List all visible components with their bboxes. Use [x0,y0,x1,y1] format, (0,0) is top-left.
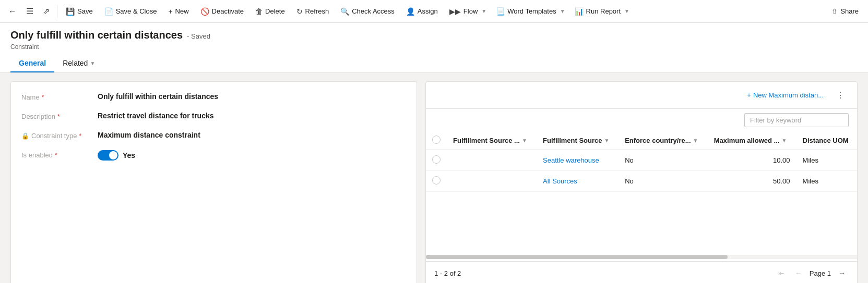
save-button[interactable]: 💾 Save [61,4,98,19]
row-max-allowed: 10.00 [708,150,796,171]
back-button[interactable]: ← [4,4,21,19]
table-header-fulfillment-source[interactable]: Fulfillment Source ▼ [537,131,619,150]
row-fulfillment-source[interactable]: Seattle warehouse [537,150,619,171]
name-field-row: Name * Only fulfill within certain dista… [21,92,406,101]
page-header: Only fulfill within certain distances - … [0,23,868,73]
check-access-button[interactable]: 🔍 Check Access [335,4,400,19]
pagination: 1 - 2 of 2 ⇤ ← Page 1 → [426,261,857,283]
constraint-type-value: Maximum distance constraint [98,131,406,139]
row-distance-uom: Miles [796,150,857,171]
table-header-fulfillment-source-code[interactable]: Fulfillment Source ... ▼ [447,131,537,150]
assign-button[interactable]: 👤 Assign [401,4,443,19]
filter-row [426,109,857,131]
delete-button[interactable]: 🗑 Delete [250,4,290,19]
horizontal-scrollbar[interactable] [426,255,857,259]
constraint-type-label: 🔒 Constraint type * [21,131,89,140]
save-close-button[interactable]: 📄 Save & Close [99,4,162,19]
constraint-type-required-indicator: * [79,132,81,140]
is-enabled-value: Yes [123,151,135,159]
row-checkbox[interactable] [432,176,441,184]
table-header-max-allowed[interactable]: Maximum allowed ... ▼ [708,131,796,150]
is-enabled-required-indicator: * [55,152,57,159]
row-max-allowed: 50.00 [708,171,796,192]
table-header-row: Fulfillment Source ... ▼ Fulfillment Sou… [426,131,857,150]
row-checkbox-cell[interactable] [426,171,447,192]
table-scroll-container[interactable]: Fulfillment Source ... ▼ Fulfillment Sou… [426,131,857,253]
new-icon: + [168,7,172,16]
run-report-button[interactable]: 📊 Run Report ▼ [569,4,633,19]
first-page-button[interactable]: ⇤ [775,267,788,279]
sources-panel: + New Maximum distan... ⋮ Fulfillment [425,81,858,283]
table-header-distance-uom[interactable]: Distance UOM [796,131,857,150]
row-enforce-country: No [619,150,708,171]
flow-arrow-icon: ▼ [481,8,486,14]
sort-icon-3: ▼ [781,138,787,143]
fulfillment-source-link[interactable]: Seattle warehouse [543,156,599,164]
description-label: Description * [21,112,89,120]
row-distance-uom: Miles [796,171,857,192]
new-maximum-button[interactable]: + New Maximum distan... [743,89,828,101]
refresh-icon: ↻ [296,7,303,16]
related-tab-arrow-icon: ▼ [90,60,95,66]
word-templates-icon: 📃 [496,7,505,16]
flow-icon: ▶▶ [449,7,461,16]
table-header-enforce-country[interactable]: Enforce country/re... ▼ [619,131,708,150]
row-enforce-country: No [619,171,708,192]
share-button[interactable]: ⇧ Share [826,4,864,19]
pagination-count: 1 - 2 of 2 [434,269,461,277]
toolbar: ← ☰ ⇗ 💾 Save 📄 Save & Close + New 🚫 Deac… [0,0,868,23]
menu-button[interactable]: ☰ [22,3,38,19]
run-report-icon: 📊 [575,7,584,16]
delete-icon: 🗑 [255,7,263,16]
name-label: Name * [21,92,89,101]
new-toolbar-button[interactable]: + New [163,4,194,19]
table-header-checkbox[interactable] [426,131,447,150]
sort-icon-1: ▼ [604,138,610,143]
table-row: All Sources No 50.00 Miles [426,171,857,192]
word-templates-arrow-icon: ▼ [560,8,565,14]
description-value: Restrict travel distance for trucks [98,112,406,120]
fulfillment-source-link[interactable]: All Sources [543,177,577,185]
prev-page-button[interactable]: ← [792,267,805,279]
share-icon: ⇧ [831,7,838,16]
page-number-label: Page 1 [810,269,831,277]
deactivate-button[interactable]: 🚫 Deactivate [195,4,249,19]
save-icon: 💾 [66,7,75,16]
name-required-indicator: * [42,94,44,101]
flow-button[interactable]: ▶▶ Flow ▼ [444,4,490,19]
sources-panel-header: + New Maximum distan... ⋮ [426,82,857,109]
tab-related[interactable]: Related ▼ [54,55,103,72]
main-content: Name * Only fulfill within certain dista… [0,73,868,283]
pagination-right: ⇤ ← Page 1 → [775,267,849,279]
row-fulfillment-source-code [447,171,537,192]
table-body: Seattle warehouse No 10.00 Miles All Sou… [426,150,857,192]
refresh-button[interactable]: ↻ Refresh [291,4,335,19]
next-page-button[interactable]: → [835,267,849,279]
row-fulfillment-source[interactable]: All Sources [537,171,619,192]
scrollbar-thumb [426,255,728,259]
sort-icon-0: ▼ [522,138,527,143]
run-report-arrow-icon: ▼ [624,8,629,14]
is-enabled-toggle[interactable] [98,150,118,161]
detach-button[interactable]: ⇗ [39,3,54,19]
page-saved-status: - Saved [187,32,210,40]
row-checkbox[interactable] [432,155,441,164]
check-access-icon: 🔍 [340,7,349,16]
row-checkbox-cell[interactable] [426,150,447,171]
row-fulfillment-source-code [447,150,537,171]
name-value: Only fulfill within certain distances [98,92,406,101]
page-subtitle: Constraint [10,43,858,51]
filter-input[interactable] [744,113,849,127]
lock-icon: 🔒 [21,132,29,140]
is-enabled-toggle-container: Yes [98,150,135,161]
tab-general[interactable]: General [10,55,54,72]
header-checkbox-circle[interactable] [432,136,441,144]
deactivate-icon: 🚫 [200,7,209,16]
tab-bar: General Related ▼ [10,55,858,72]
more-options-button[interactable]: ⋮ [832,88,849,102]
word-templates-button[interactable]: 📃 Word Templates ▼ [491,4,568,19]
sources-table: Fulfillment Source ... ▼ Fulfillment Sou… [426,131,857,192]
page-title-row: Only fulfill within certain distances - … [10,29,858,41]
description-required-indicator: * [57,113,60,120]
description-field-row: Description * Restrict travel distance f… [21,112,406,120]
